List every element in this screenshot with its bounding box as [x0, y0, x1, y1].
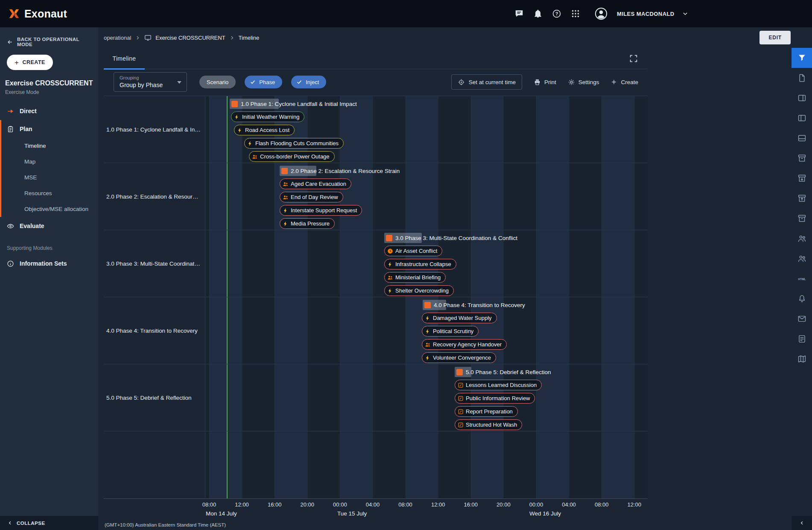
archive-box-icon-2[interactable] [792, 168, 812, 188]
app-logo[interactable]: Exonaut [8, 7, 67, 20]
create-button-label: CREATE [22, 59, 45, 65]
sidebar-item-resources[interactable]: Resources [0, 185, 98, 201]
breadcrumb-timeline[interactable]: Timeline [239, 35, 260, 41]
back-to-operational-mode-link[interactable]: BACK TO OPERATIONAL MODE [0, 27, 98, 47]
inject-pill[interactable]: Political Scrutiny [422, 326, 479, 337]
archive-box-icon-4[interactable] [792, 208, 812, 228]
breadcrumb-operational[interactable]: operational [104, 35, 131, 41]
chevron-down-icon[interactable] [681, 10, 689, 18]
sidebar-item-timeline[interactable]: Timeline [0, 138, 98, 154]
inject-pill[interactable]: Structured Hot Wash [455, 419, 522, 430]
sidebar-item-evaluate[interactable]: Evaluate [0, 217, 98, 235]
filter-chips: ScenarioPhaseInject [199, 76, 326, 88]
create-inject-button[interactable]: Create [610, 79, 638, 85]
filter-icon[interactable] [792, 48, 812, 68]
inject-pill[interactable]: Initial Weather Warning [231, 111, 304, 122]
inject-label: Public Information Review [466, 395, 530, 401]
inject-pill[interactable]: Media Pressure [280, 218, 335, 229]
bolt-icon [387, 288, 393, 294]
people-icon [387, 275, 393, 281]
chip-inject[interactable]: Inject [291, 76, 326, 88]
row-label: 2.0 Phase 2: Escalation & Resource Strai… [104, 163, 205, 230]
phase-marker [456, 369, 463, 375]
inject-label: Initial Weather Warning [242, 114, 299, 120]
notifications-icon[interactable] [792, 289, 812, 309]
inject-pill[interactable]: Air Asset Conflict [384, 246, 442, 256]
html-icon[interactable]: HTML [792, 269, 812, 289]
phase-marker [231, 101, 238, 107]
apps-grid-icon[interactable] [571, 9, 580, 18]
form-checklist-icon[interactable] [792, 329, 812, 349]
sidebar-item-direct[interactable]: Direct [0, 102, 98, 120]
date-label: Tue 15 July [337, 510, 367, 517]
sidebar-item-label: Plan [20, 126, 32, 132]
inject-pill[interactable]: Ministerial Briefing [384, 272, 446, 283]
chip-phase[interactable]: Phase [245, 76, 282, 88]
plus-icon: + [15, 59, 19, 66]
inject-pill[interactable]: Infrastructure Collapse [384, 259, 456, 269]
print-button[interactable]: Print [534, 79, 556, 86]
users-icon-1[interactable] [792, 228, 812, 249]
inject-pill[interactable]: Cross-border Power Outage [249, 151, 335, 162]
panel-bottom-icon[interactable] [792, 128, 812, 148]
mail-icon[interactable] [792, 309, 812, 329]
inject-pill[interactable]: Report Preparation [455, 406, 518, 417]
phase-bar[interactable]: 1.0 Phase 1: Cyclone Landfall & Initial … [230, 99, 357, 109]
archive-box-icon-1[interactable] [792, 148, 812, 168]
chip-scenario[interactable]: Scenario [199, 76, 236, 88]
inject-pill[interactable]: Flash Flooding Cuts Communities [244, 138, 344, 149]
tab-timeline[interactable]: Timeline [104, 48, 145, 69]
sidebar-item-mse[interactable]: MSE [0, 170, 98, 185]
inject-pill[interactable]: Recovery Agency Handover [422, 339, 507, 350]
phase-bar[interactable]: 5.0 Phase 5: Debrief & Reflection [455, 367, 551, 377]
fullscreen-icon[interactable] [629, 54, 638, 63]
row-label: 1.0 Phase 1: Cyclone Landfall & Initial … [104, 96, 205, 163]
tick-label: 08:00 [595, 501, 609, 508]
phase-bar[interactable]: 3.0 Phase 3: Multi-State Coordination & … [384, 233, 517, 243]
avatar[interactable] [595, 7, 608, 20]
users-icon-2[interactable] [792, 249, 812, 269]
chevron-left-icon [800, 521, 804, 525]
tick-label: 08:00 [398, 501, 412, 508]
sidebar-item-objective-mse-allocation[interactable]: Objective/MSE allocation [0, 201, 98, 217]
breadcrumb-exercise[interactable]: Exercise CROSSCURRENT [155, 35, 225, 41]
settings-button[interactable]: Settings [568, 79, 599, 86]
gantt-row: 2.0 Phase 2: Escalation & Resource Strai… [104, 163, 648, 230]
inject-pill[interactable]: Road Access Lost [234, 125, 295, 135]
panel-right-icon[interactable] [792, 88, 812, 108]
user-name[interactable]: MILES MACDONALD [617, 11, 675, 17]
chat-icon[interactable] [514, 9, 524, 18]
edit-icon [458, 395, 464, 401]
inject-label: End of Day Review [291, 194, 338, 200]
phase-bar[interactable]: 4.0 Phase 4: Transition to Recovery [423, 300, 525, 310]
inject-pill[interactable]: Aged Care Evacuation [280, 179, 351, 189]
set-current-time-button[interactable]: Set at current time [451, 74, 522, 90]
inject-pill[interactable]: Volunteer Convergence [422, 352, 496, 363]
info-icon [7, 260, 14, 267]
collapse-label: COLLAPSE [17, 521, 45, 526]
phase-bar[interactable]: 2.0 Phase 2: Escalation & Resource Strai… [280, 166, 400, 176]
map-icon[interactable] [792, 349, 812, 369]
inject-pill[interactable]: Public Information Review [455, 393, 535, 404]
row-label: 5.0 Phase 5: Debrief & Reflection [104, 364, 205, 431]
expand-right-panel-button[interactable] [792, 516, 812, 530]
panel-left-icon[interactable] [792, 108, 812, 128]
collapse-sidebar-button[interactable]: COLLAPSE [0, 516, 98, 530]
chevron-right-icon [135, 35, 140, 41]
sidebar-item-map[interactable]: Map [0, 154, 98, 170]
sidebar-item-plan[interactable]: Plan [0, 120, 98, 138]
edit-button[interactable]: EDIT [759, 31, 791, 44]
sidebar-item-information-sets[interactable]: Information Sets [0, 255, 98, 272]
inject-pill[interactable]: Lessons Learned Discussion [455, 380, 542, 390]
notifications-icon[interactable] [533, 9, 543, 18]
help-icon[interactable]: ? [552, 9, 561, 18]
grouping-select[interactable]: Grouping Group by Phase [114, 72, 187, 92]
inject-pill[interactable]: Shelter Overcrowding [384, 285, 454, 296]
create-button[interactable]: + CREATE [7, 55, 53, 70]
inject-pill[interactable]: Interstate Support Request [280, 205, 362, 216]
archive-box-icon-3[interactable] [792, 188, 812, 208]
main-content: operational Exercise CROSSCURRENT Timeli… [98, 27, 792, 530]
inject-pill[interactable]: Damaged Water Supply [422, 313, 497, 323]
inject-pill[interactable]: End of Day Review [280, 192, 343, 202]
document-icon[interactable] [792, 68, 812, 88]
